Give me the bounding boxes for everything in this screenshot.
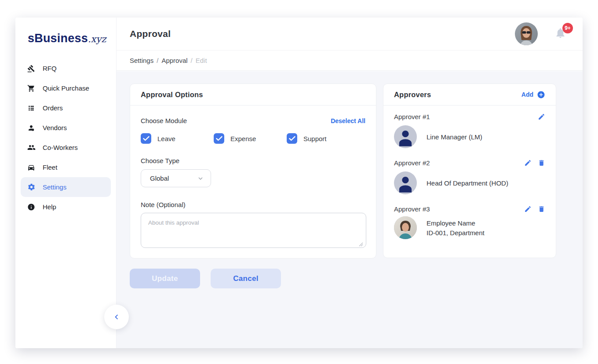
cancel-button[interactable]: Cancel	[211, 269, 281, 288]
checkbox-checked-icon	[287, 133, 297, 144]
approver-subtitle: ID-001, Department	[427, 229, 485, 237]
approvers-card: Approvers Add Approver #1	[383, 84, 556, 258]
brand-name: sBusiness	[28, 32, 88, 45]
vendor-icon	[27, 124, 36, 132]
page-title: Approval	[130, 29, 171, 39]
sidebar-item-label: Quick Purchase	[43, 84, 89, 92]
list-icon	[27, 104, 36, 113]
sidebar-item-label: Orders	[43, 104, 63, 112]
sidebar-item-settings[interactable]: Settings	[21, 177, 111, 197]
sidebar-item-quick-purchase[interactable]: Quick Purchase	[21, 78, 111, 98]
checkbox-checked-icon	[141, 133, 151, 144]
brand-logo[interactable]: sBusiness.xyz	[15, 18, 116, 45]
gavel-icon	[27, 64, 36, 73]
approver-name: Line Manager (LM)	[427, 133, 482, 141]
note-label: Note (Optional)	[141, 201, 365, 208]
type-select-value: Global	[150, 175, 197, 182]
main-area: Approval 9+	[117, 18, 583, 348]
module-checkbox-leave[interactable]: Leave	[141, 133, 214, 144]
approver-avatar-photo	[394, 216, 417, 239]
approver-row: Approver #1 Line Manager (LM)	[383, 113, 556, 148]
resize-grip-icon[interactable]	[359, 242, 363, 247]
choose-module-label: Choose Module	[141, 117, 187, 124]
brand-tld: .xyz	[88, 34, 106, 44]
module-checkbox-expense[interactable]: Expense	[214, 133, 287, 144]
sidebar-item-label: Help	[43, 203, 56, 211]
breadcrumb: Settings / Approval / Edit	[117, 50, 583, 71]
approvers-header: Approvers Add	[383, 84, 556, 106]
sidebar-nav: RFQ Quick Purchase Orders Vendors Co-Wor…	[15, 58, 116, 217]
update-button[interactable]: Update	[130, 269, 200, 288]
module-checkbox-support[interactable]: Support	[287, 133, 360, 144]
sidebar-collapse-button[interactable]	[104, 305, 129, 329]
edit-icon[interactable]	[538, 113, 545, 120]
app-window: sBusiness.xyz RFQ Quick Purchase Orders …	[15, 18, 583, 348]
coworkers-icon	[27, 143, 36, 152]
sidebar-item-label: RFQ	[43, 65, 57, 72]
approver-label: Approver #2	[394, 159, 430, 167]
chevron-down-icon	[197, 175, 204, 182]
approver-label: Approver #1	[394, 113, 430, 120]
add-circle-icon	[537, 91, 545, 99]
sidebar-item-fleet[interactable]: Fleet	[21, 157, 111, 177]
approvers-title: Approvers	[394, 91, 431, 99]
sidebar-item-coworkers[interactable]: Co-Workers	[21, 138, 111, 157]
edit-icon[interactable]	[524, 205, 532, 213]
approver-avatar-placeholder	[394, 125, 417, 148]
add-label: Add	[521, 91, 533, 98]
approval-options-title: Approval Options	[141, 91, 203, 99]
deselect-all-link[interactable]: Deselect All	[331, 117, 365, 124]
notification-bell[interactable]: 9+	[554, 26, 568, 41]
choose-type-label: Choose Type	[141, 157, 365, 164]
module-checkbox-group: Leave Expense Support	[141, 133, 365, 144]
approver-row: Approver #2 Head Of Department (HOD)	[383, 159, 556, 194]
delete-icon[interactable]	[538, 205, 545, 213]
sidebar-item-label: Settings	[43, 183, 66, 191]
module-label: Leave	[157, 135, 175, 142]
content-area: Approval Options Choose Module Deselect …	[117, 71, 583, 348]
user-avatar[interactable]	[515, 22, 538, 45]
sidebar-item-orders[interactable]: Orders	[21, 98, 111, 118]
notification-badge: 9+	[562, 23, 573, 33]
sidebar-item-rfq[interactable]: RFQ	[21, 58, 111, 78]
module-label: Expense	[230, 135, 256, 142]
cart-icon	[27, 84, 36, 93]
approver-avatar-placeholder	[394, 171, 417, 194]
sidebar-item-label: Fleet	[43, 164, 57, 171]
sidebar-item-label: Co-Workers	[43, 144, 78, 151]
checkbox-checked-icon	[214, 133, 224, 144]
breadcrumb-separator: /	[157, 57, 158, 64]
approver-name: Employee Name	[427, 219, 485, 227]
add-approver-button[interactable]: Add	[521, 91, 545, 99]
edit-icon[interactable]	[524, 159, 532, 167]
breadcrumb-approval[interactable]: Approval	[161, 57, 187, 64]
approver-name: Head Of Department (HOD)	[427, 179, 508, 187]
breadcrumb-current: Edit	[196, 57, 207, 64]
approver-label: Approver #3	[394, 205, 430, 213]
delete-icon[interactable]	[538, 159, 545, 167]
topbar: Approval 9+	[117, 18, 583, 50]
info-icon	[27, 203, 36, 211]
module-label: Support	[303, 135, 327, 142]
note-textarea[interactable]	[141, 213, 366, 248]
approval-options-header: Approval Options	[130, 84, 376, 106]
breadcrumb-separator: /	[191, 57, 193, 64]
gear-icon	[27, 183, 36, 192]
sidebar-item-vendors[interactable]: Vendors	[21, 118, 111, 138]
sidebar: sBusiness.xyz RFQ Quick Purchase Orders …	[15, 18, 117, 348]
type-select[interactable]: Global	[141, 169, 211, 187]
breadcrumb-settings[interactable]: Settings	[130, 57, 153, 64]
car-icon	[27, 163, 36, 172]
chevron-left-icon	[112, 312, 121, 322]
approver-row: Approver #3	[383, 205, 556, 239]
sidebar-item-label: Vendors	[43, 124, 67, 131]
sidebar-item-help[interactable]: Help	[21, 197, 111, 217]
user-avatar-image	[515, 22, 538, 45]
approval-options-card: Approval Options Choose Module Deselect …	[130, 84, 376, 258]
